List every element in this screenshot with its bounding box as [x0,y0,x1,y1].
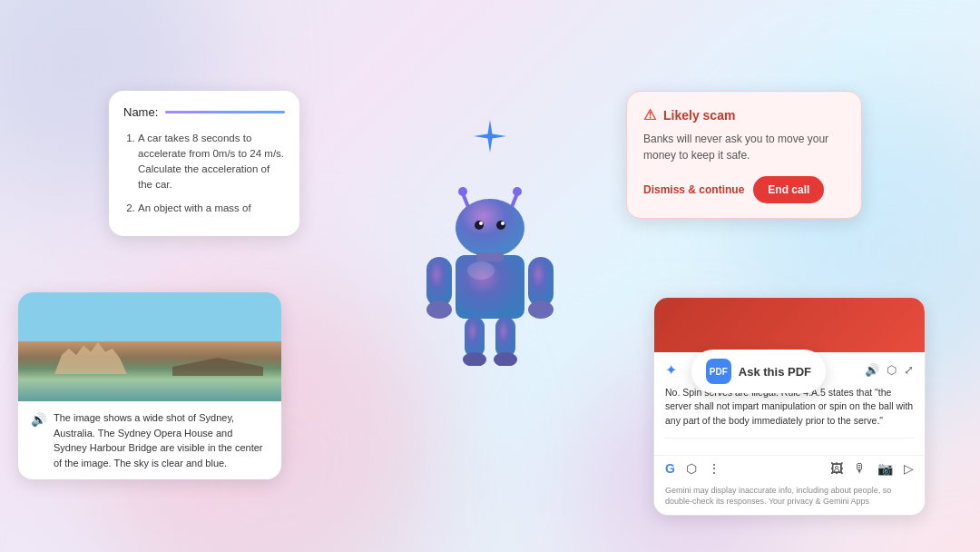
sydney-caption-container: 🔊 The image shows a wide shot of Sydney,… [18,401,281,479]
svg-point-7 [479,222,483,225]
toolbar-right-icons: 🖼 🎙 📷 ▷ [830,461,914,476]
gemini-disclaimer: Gemini may display inaccurate info, incl… [654,481,925,515]
share-toolbar-icon[interactable]: ⬡ [686,461,697,476]
pdf-icon: PDF [706,359,731,384]
ask-pdf-badge[interactable]: PDF Ask this PDF [691,350,826,393]
gemini-star-icon: ✦ [665,361,677,379]
sydney-caption-text: The image shows a wide shot of Sydney, A… [54,410,269,470]
svg-point-8 [501,222,505,225]
dots-menu-icon[interactable]: ⋮ [708,461,720,476]
camera-icon[interactable]: 📷 [877,461,893,476]
scam-title: ⚠ Likely scam [643,106,845,123]
arrow-right-icon[interactable]: ▷ [904,461,914,476]
image-icon[interactable]: 🖼 [830,461,843,476]
browser-card: ✦ 🔊 ⬡ ⤢ No. Spin serves are illegal. Rul… [653,297,926,516]
scam-warning-card: ⚠ Likely scam Banks will never ask you t… [626,91,862,219]
svg-point-4 [456,199,524,257]
svg-point-3 [513,187,522,196]
volume-icon[interactable]: 🔊 [865,363,879,377]
svg-point-19 [467,261,495,280]
svg-rect-11 [426,257,452,307]
homework-card: Name: A car takes 8 seconds to accelerat… [109,91,299,236]
ask-pdf-label: Ask this PDF [739,365,811,379]
svg-rect-16 [495,317,515,358]
browser-top-bar [654,298,925,352]
speaker-icon: 🔊 [31,412,46,427]
name-label: Name: [123,104,158,122]
android-robot [399,166,581,366]
dismiss-continue-button[interactable]: Dismiss & continue [643,183,744,196]
homework-item-1: A car takes 8 seconds to accelerate from… [138,131,285,193]
scam-actions: Dismiss & continue End call [643,176,845,203]
homework-list: A car takes 8 seconds to accelerate from… [123,131,285,216]
scam-title-text: Likely scam [663,108,735,123]
svg-point-18 [494,352,517,366]
svg-rect-15 [465,317,485,358]
google-g-icon[interactable]: G [665,461,675,476]
mic-icon[interactable]: 🎙 [854,461,867,476]
svg-rect-12 [528,257,554,307]
end-call-button[interactable]: End call [753,176,824,203]
name-bar-gradient [165,111,285,113]
scam-body-text: Banks will never ask you to move your mo… [643,131,845,163]
gemini-divider [665,438,914,439]
svg-point-6 [496,221,505,230]
toolbar-icon-group: G ⬡ ⋮ [665,461,720,476]
sydney-card: 🔊 The image shows a wide shot of Sydney,… [18,292,281,479]
homework-name-row: Name: [123,104,285,122]
svg-point-17 [463,352,486,366]
svg-rect-10 [476,252,504,261]
gemini-sparkle-icon [472,118,508,162]
gemini-header-icons: 🔊 ⬡ ⤢ [865,363,914,377]
gemini-header-left: ✦ [665,361,677,379]
sydney-image [18,292,281,401]
svg-point-5 [475,221,484,230]
expand-icon[interactable]: ⤢ [904,363,914,377]
warning-icon: ⚠ [643,106,656,123]
svg-point-1 [458,187,467,196]
svg-point-13 [426,301,452,319]
homework-item-2: An object with a mass of [138,201,285,216]
svg-point-14 [528,301,554,319]
browser-toolbar: G ⬡ ⋮ 🖼 🎙 📷 ▷ [654,455,925,481]
share-icon[interactable]: ⬡ [887,363,897,377]
